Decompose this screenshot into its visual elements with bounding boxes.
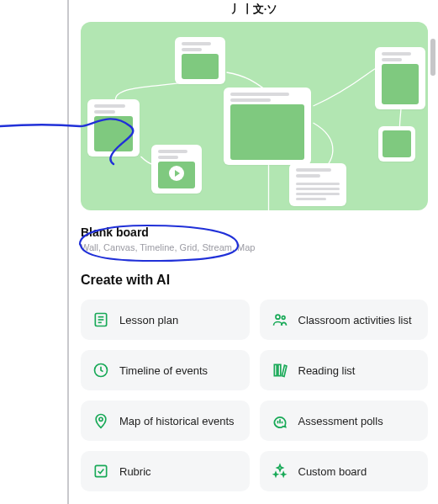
preview-card xyxy=(175,37,225,84)
svg-rect-13 xyxy=(95,465,106,476)
document-list-icon xyxy=(92,311,109,328)
blank-board-subtitle: Wall, Canvas, Timeline, Grid, Stream, Ma… xyxy=(81,242,428,252)
map-pin-icon xyxy=(92,412,109,429)
preview-card-video xyxy=(151,145,202,194)
preview-card xyxy=(375,47,425,109)
people-icon xyxy=(272,311,288,328)
option-lesson-plan[interactable]: Lesson plan xyxy=(81,300,250,340)
option-label: Rubric xyxy=(119,465,151,478)
header-logo-text: 丿丨文·ソ xyxy=(81,0,428,19)
poll-icon xyxy=(272,412,288,429)
create-with-ai-heading: Create with AI xyxy=(81,273,428,288)
option-label: Map of historical events xyxy=(119,415,235,427)
svg-rect-7 xyxy=(274,364,277,375)
option-reading-list[interactable]: Reading list xyxy=(260,350,429,390)
checkbox-icon xyxy=(92,463,109,480)
option-custom-board[interactable]: Custom board xyxy=(260,451,429,491)
clock-icon xyxy=(92,362,109,379)
option-map-historical[interactable]: Map of historical events xyxy=(81,401,250,441)
option-label: Classroom activities list xyxy=(298,314,412,326)
panel-divider xyxy=(67,0,69,504)
option-label: Reading list xyxy=(298,364,356,377)
ai-template-grid: Lesson plan Classroom activities list Ti… xyxy=(81,300,428,491)
books-icon xyxy=(272,362,288,379)
option-label: Lesson plan xyxy=(119,314,178,326)
scrollbar-thumb[interactable] xyxy=(430,39,435,76)
svg-point-5 xyxy=(282,316,285,320)
option-assessment-polls[interactable]: Assessment polls xyxy=(260,401,429,441)
modal-content: 丿丨文·ソ Blank board Wall, Canvas, Timeline… xyxy=(81,0,428,504)
svg-point-9 xyxy=(99,417,103,421)
play-icon xyxy=(169,166,184,181)
option-label: Timeline of events xyxy=(119,364,208,377)
sparkles-icon xyxy=(272,463,288,480)
preview-card-text xyxy=(289,163,346,206)
svg-point-4 xyxy=(276,315,280,319)
option-label: Assessment polls xyxy=(298,415,383,427)
preview-card xyxy=(378,126,415,162)
option-label: Custom board xyxy=(298,465,367,478)
preview-card xyxy=(224,88,311,165)
option-rubric[interactable]: Rubric xyxy=(81,451,250,491)
blank-board-title[interactable]: Blank board xyxy=(81,225,428,239)
option-classroom-activities[interactable]: Classroom activities list xyxy=(260,300,429,340)
option-timeline[interactable]: Timeline of events xyxy=(81,350,250,390)
preview-card xyxy=(87,99,140,157)
blank-board-preview[interactable] xyxy=(81,22,428,210)
svg-rect-8 xyxy=(277,364,280,375)
